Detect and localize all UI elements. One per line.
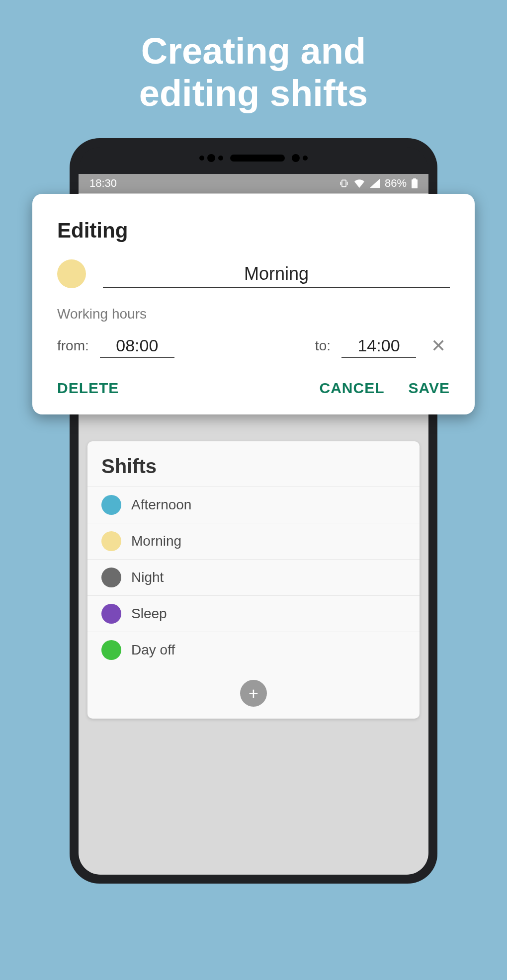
shifts-title: Shifts xyxy=(87,455,420,487)
dialog-title: Editing xyxy=(57,219,450,243)
shift-label: Day off xyxy=(131,642,175,658)
shifts-card: Shifts Afternoon Morning Night xyxy=(87,441,420,719)
hero-line-2: editing shifts xyxy=(0,72,507,114)
svg-rect-0 xyxy=(342,180,346,186)
hero-title: Creating and editing shifts xyxy=(0,0,507,114)
clear-hours-button[interactable]: ✕ xyxy=(427,335,450,356)
status-bar: 18:30 86% xyxy=(79,174,428,193)
edit-shift-dialog: Editing Working hours from: to: ✕ DELETE… xyxy=(32,194,475,414)
shift-name-input[interactable] xyxy=(103,260,450,288)
delete-button[interactable]: DELETE xyxy=(57,380,119,397)
signal-icon xyxy=(370,179,380,188)
plus-icon: + xyxy=(249,684,258,703)
list-item[interactable]: Night xyxy=(87,559,420,595)
shift-label: Afternoon xyxy=(131,497,191,513)
list-item[interactable]: Morning xyxy=(87,523,420,559)
save-button[interactable]: SAVE xyxy=(409,380,450,397)
working-hours-label: Working hours xyxy=(57,306,450,322)
shift-label: Sleep xyxy=(131,606,167,622)
from-time-input[interactable] xyxy=(100,334,174,358)
shift-color-dot xyxy=(101,531,121,551)
from-label: from: xyxy=(57,338,89,354)
cancel-button[interactable]: CANCEL xyxy=(320,380,385,397)
shift-color-dot xyxy=(101,568,121,587)
shift-color-dot xyxy=(101,604,121,624)
close-icon: ✕ xyxy=(431,335,446,356)
add-shift-button[interactable]: + xyxy=(240,680,267,707)
to-time-input[interactable] xyxy=(341,334,416,358)
list-item[interactable]: Afternoon xyxy=(87,487,420,523)
battery-icon xyxy=(412,178,418,188)
wifi-icon xyxy=(354,179,365,188)
hero-line-1: Creating and xyxy=(0,30,507,72)
shift-color-dot xyxy=(101,640,121,660)
shift-label: Night xyxy=(131,570,164,585)
vibrate-icon xyxy=(339,178,349,188)
phone-sensors xyxy=(79,154,428,162)
list-item[interactable]: Day off xyxy=(87,632,420,668)
status-time: 18:30 xyxy=(89,177,117,190)
shift-color-dot xyxy=(101,495,121,515)
status-battery-pct: 86% xyxy=(385,177,407,190)
svg-rect-1 xyxy=(412,179,418,188)
shift-label: Morning xyxy=(131,533,181,549)
svg-rect-2 xyxy=(413,178,416,180)
list-item[interactable]: Sleep xyxy=(87,595,420,632)
shift-color-picker[interactable] xyxy=(57,259,86,288)
to-label: to: xyxy=(315,338,331,354)
